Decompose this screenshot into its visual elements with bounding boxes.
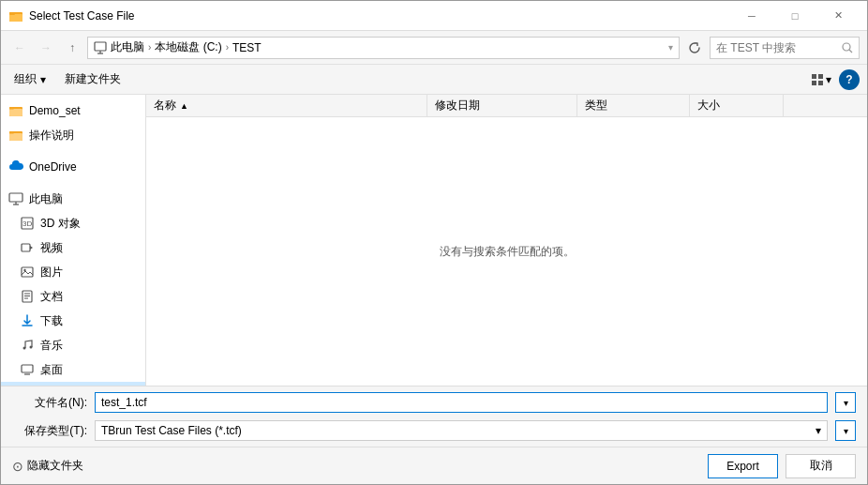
search-input[interactable] — [716, 41, 838, 54]
toolbar-right: ▾ ? — [807, 69, 860, 90]
forward-button[interactable]: → — [35, 37, 57, 59]
path-dropdown-icon: ▾ — [668, 42, 673, 53]
image-icon — [20, 265, 35, 280]
computer-icon — [8, 191, 23, 206]
address-bar: ← → ↑ 此电脑 › 本地磁盘 (C:) › TEST ▾ — [1, 31, 867, 65]
doc-icon — [20, 289, 35, 304]
maximize-button[interactable]: □ — [773, 7, 816, 25]
path-thispc: 此电脑 — [111, 39, 144, 55]
svg-rect-17 — [9, 131, 14, 134]
sidebar-item-3d[interactable]: 3D 3D 对象 — [1, 211, 145, 235]
sidebar-item-docs[interactable]: 文档 — [1, 284, 145, 309]
folder-icon — [8, 103, 23, 118]
col-header-date[interactable]: 修改日期 — [427, 95, 577, 116]
svg-rect-16 — [9, 133, 22, 141]
filename-label: 文件名(N): — [12, 395, 87, 411]
sidebar-label-music: 音乐 — [40, 338, 63, 354]
col-header-size[interactable]: 大小 — [690, 95, 784, 116]
cloud-icon — [8, 159, 23, 174]
back-button[interactable]: ← — [8, 37, 31, 59]
sidebar-item-onedrive[interactable]: OneDrive — [1, 155, 145, 179]
view-icon — [811, 73, 824, 86]
svg-rect-1 — [9, 14, 22, 22]
folder-icon-2 — [8, 128, 23, 143]
sidebar-divider-1 — [1, 147, 145, 155]
sidebar-item-demo-set[interactable]: Demo_set — [1, 99, 145, 123]
svg-rect-14 — [9, 107, 14, 110]
sidebar-item-desktop[interactable]: 桌面 — [1, 357, 145, 382]
sidebar-item-caozuo[interactable]: 操作说明 — [1, 123, 145, 147]
sidebar-item-this-pc[interactable]: 此电脑 — [1, 187, 145, 211]
svg-text:3D: 3D — [22, 220, 32, 228]
video-icon — [20, 240, 35, 255]
svg-rect-11 — [818, 81, 823, 85]
filetype-row: 保存类型(T): TBrun Test Case Files (*.tcf) ▾… — [1, 418, 867, 447]
svg-rect-9 — [818, 74, 823, 79]
export-button[interactable]: Export — [708, 454, 778, 478]
sidebar-item-downloads[interactable]: 下载 — [1, 309, 145, 333]
sidebar-label-onedrive: OneDrive — [29, 160, 77, 174]
filetype-label: 保存类型(T): — [12, 423, 87, 439]
svg-rect-8 — [812, 74, 816, 79]
sidebar-label-images: 图片 — [40, 265, 63, 280]
path-computer-icon — [94, 41, 107, 54]
sidebar-label-downloads: 下载 — [40, 313, 63, 329]
filename-row: 文件名(N): ▾ — [1, 386, 867, 418]
svg-marker-24 — [30, 246, 33, 250]
sidebar-item-images[interactable]: 图片 — [1, 260, 145, 284]
search-box[interactable] — [710, 37, 860, 59]
sidebar-item-music[interactable]: 音乐 — [1, 333, 145, 357]
organize-button[interactable]: 组织 ▾ — [8, 69, 52, 89]
desktop-icon — [20, 362, 35, 377]
col-header-name[interactable]: 名称 ▲ — [146, 95, 427, 116]
filetype-dropdown-button[interactable]: ▾ — [835, 420, 856, 441]
sidebar-label-desktop: 桌面 — [40, 362, 63, 378]
svg-rect-34 — [22, 365, 33, 372]
file-list: 名称 ▲ 修改日期 类型 大小 没有与搜索条件匹配的项。 — [146, 95, 867, 386]
bottom-section: 文件名(N): ▾ 保存类型(T): TBrun Test Case Files… — [1, 386, 867, 484]
search-icon — [842, 42, 853, 53]
download-icon — [20, 313, 35, 328]
filetype-select[interactable]: TBrun Test Case Files (*.tcf) ▾ — [95, 420, 828, 441]
svg-rect-10 — [812, 81, 816, 85]
sidebar-label-caozuo: 操作说明 — [29, 128, 74, 144]
dialog-title: Select Test Case File — [29, 9, 725, 23]
svg-point-6 — [843, 43, 850, 51]
view-button[interactable]: ▾ — [807, 71, 835, 88]
dialog-icon — [8, 8, 23, 23]
svg-rect-13 — [9, 109, 22, 116]
sidebar-label-docs: 文档 — [40, 289, 63, 305]
3d-icon: 3D — [20, 216, 35, 231]
sidebar-item-video[interactable]: 视频 — [1, 235, 145, 260]
up-button[interactable]: ↑ — [61, 37, 83, 59]
svg-rect-18 — [9, 193, 22, 202]
minimize-button[interactable]: ─ — [730, 7, 773, 25]
close-button[interactable]: ✕ — [816, 7, 860, 25]
new-folder-button[interactable]: 新建文件夹 — [59, 69, 127, 89]
filename-dropdown-button[interactable]: ▾ — [835, 392, 856, 413]
path-local-c: 本地磁盘 (C:) — [155, 39, 221, 55]
cancel-button[interactable]: 取消 — [786, 454, 856, 478]
svg-rect-25 — [22, 267, 33, 277]
svg-point-32 — [23, 347, 26, 350]
file-list-body: 没有与搜索条件匹配的项。 — [146, 117, 867, 386]
filename-input[interactable] — [95, 392, 828, 413]
file-list-header: 名称 ▲ 修改日期 类型 大小 — [146, 95, 867, 117]
sidebar-label-this-pc: 此电脑 — [29, 191, 63, 207]
svg-line-7 — [849, 50, 852, 53]
main-content: Demo_set 操作说明 — [1, 95, 867, 386]
svg-rect-3 — [95, 42, 106, 51]
address-path[interactable]: 此电脑 › 本地磁盘 (C:) › TEST ▾ — [87, 37, 680, 59]
svg-rect-23 — [22, 244, 30, 251]
title-bar: Select Test Case File ─ □ ✕ — [1, 1, 867, 31]
music-icon — [20, 338, 35, 353]
refresh-button[interactable] — [683, 37, 706, 59]
empty-message: 没有与搜索条件匹配的项。 — [440, 244, 575, 260]
help-button[interactable]: ? — [839, 69, 860, 90]
action-buttons: Export 取消 — [708, 454, 856, 478]
hidden-files-icon: ⊙ — [12, 459, 23, 474]
col-header-type[interactable]: 类型 — [577, 95, 690, 116]
action-row: ⊙ 隐藏文件夹 Export 取消 — [1, 447, 867, 484]
hidden-files-button[interactable]: ⊙ 隐藏文件夹 — [12, 458, 83, 474]
toolbar: 组织 ▾ 新建文件夹 ▾ ? — [1, 65, 867, 95]
